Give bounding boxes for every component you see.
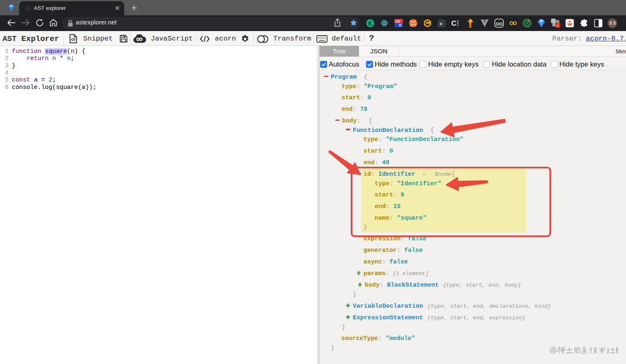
svg-text:x: x	[440, 21, 443, 26]
svg-text:!: !	[557, 24, 558, 28]
svg-text:E: E	[399, 23, 402, 27]
svg-text:C: C	[451, 19, 456, 27]
